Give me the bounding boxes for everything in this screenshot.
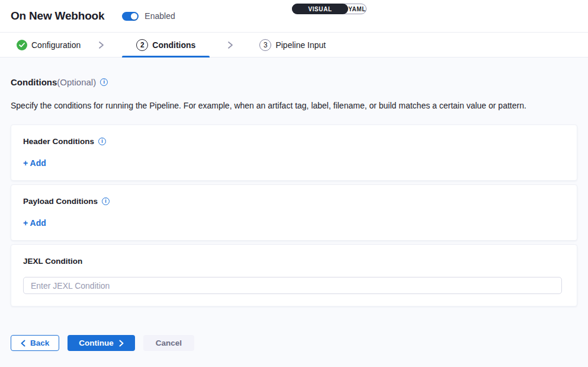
cancel-button-label: Cancel [156, 339, 182, 347]
header-bar: On New Webhook Enabled VISUAL YAML [0, 0, 588, 33]
jexl-condition-card: JEXL Condition [11, 244, 577, 307]
tab-configuration-label: Configuration [31, 40, 81, 50]
condition-cards: Header Conditions i + Add Payload Condit… [11, 125, 577, 307]
chevron-right-icon [227, 41, 233, 49]
cancel-button[interactable]: Cancel [143, 335, 194, 351]
toggle-knob [131, 13, 137, 20]
payload-conditions-card: Payload Conditions i + Add [11, 184, 577, 241]
continue-button-label: Continue [79, 339, 114, 347]
footer-actions: Back Continue Cancel [11, 335, 577, 351]
info-icon[interactable]: i [100, 78, 108, 86]
check-circle-icon [17, 40, 27, 50]
optional-label: (Optional) [57, 77, 96, 87]
back-button[interactable]: Back [11, 335, 59, 351]
header-conditions-card: Header Conditions i + Add [11, 125, 577, 181]
chevron-right-icon [119, 340, 124, 347]
page-title: On New Webhook [11, 9, 104, 23]
chevron-left-icon [21, 340, 25, 347]
conditions-panel: Conditions (Optional) i Specify the cond… [0, 58, 588, 351]
enabled-label: Enabled [144, 11, 175, 21]
jexl-condition-title: JEXL Condition [23, 257, 82, 266]
section-heading: Conditions [11, 77, 57, 87]
mode-visual-segment[interactable]: VISUAL [292, 4, 348, 14]
section-heading-row: Conditions (Optional) i [11, 77, 577, 87]
tab-pipeline-input[interactable]: 3 Pipeline Input [259, 33, 326, 57]
visual-yaml-toggle[interactable]: VISUAL YAML [292, 4, 367, 14]
mode-yaml-segment[interactable]: YAML [348, 4, 366, 14]
step-3-badge: 3 [259, 39, 271, 51]
payload-conditions-add-button[interactable]: + Add [23, 218, 46, 228]
info-icon[interactable]: i [102, 197, 110, 205]
header-conditions-title: Header Conditions [23, 137, 94, 146]
jexl-condition-input[interactable] [23, 277, 562, 294]
tab-configuration[interactable]: Configuration [17, 33, 81, 57]
continue-button[interactable]: Continue [68, 335, 135, 351]
header-conditions-add-button[interactable]: + Add [23, 158, 46, 168]
section-description: Specify the conditions for running the P… [11, 101, 577, 110]
info-icon[interactable]: i [98, 138, 106, 145]
chevron-right-icon [98, 41, 104, 49]
tab-conditions[interactable]: 2 Conditions [122, 33, 210, 57]
tab-conditions-label: Conditions [152, 40, 195, 50]
tab-pipeline-input-label: Pipeline Input [275, 40, 326, 50]
enabled-toggle[interactable] [122, 12, 139, 21]
payload-conditions-title: Payload Conditions [23, 197, 98, 206]
stepper-tabbar: Configuration 2 Conditions 3 Pipeline In… [0, 33, 588, 58]
step-2-badge: 2 [136, 39, 148, 51]
back-button-label: Back [30, 339, 49, 347]
